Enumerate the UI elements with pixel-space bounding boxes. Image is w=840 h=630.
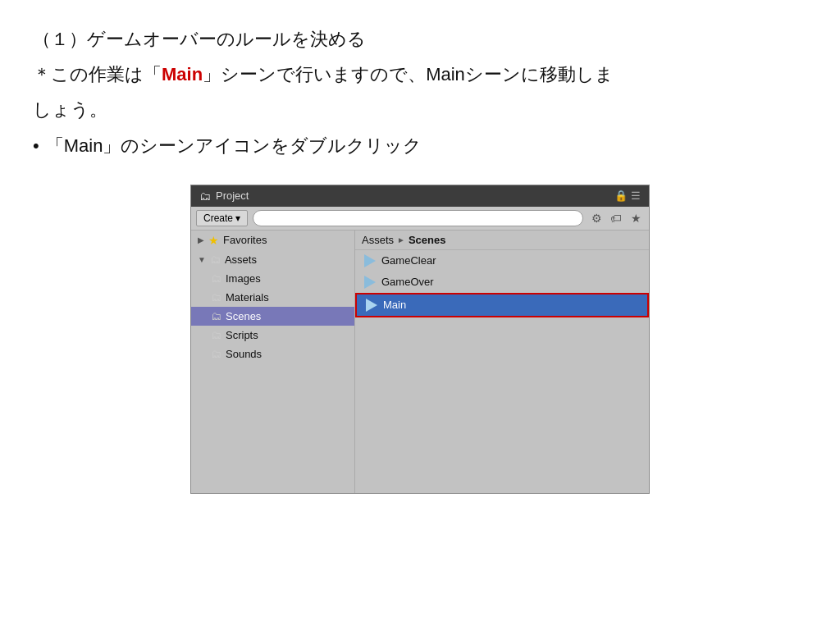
materials-label: Materials [226, 291, 269, 304]
left-panel: ▶ ★ Favorites ▼ 🗂 Assets 🗂 Images [191, 231, 355, 493]
heading2-highlight: Main [162, 64, 203, 84]
sounds-folder-icon: 🗂 [211, 348, 221, 360]
scripts-label: Scripts [226, 329, 258, 341]
left-item-images[interactable]: 🗂 Images [191, 269, 354, 288]
heading2-line2-text: しょう。 [33, 99, 107, 120]
panel-title: Project [216, 189, 249, 202]
scenes-folder-icon: 🗂 [211, 310, 221, 322]
gameover-scene-icon [363, 276, 377, 289]
star-toolbar-icon[interactable]: ★ [628, 210, 644, 226]
toolbar-icons: ⚙ 🏷 ★ [588, 210, 644, 226]
gameover-label: GameOver [381, 276, 434, 288]
bullet-point: • 「Main」のシーンアイコンをダブルクリック [33, 131, 807, 160]
right-item-gameclear[interactable]: GameClear [355, 250, 649, 272]
favorites-arrow: ▶ [198, 235, 204, 244]
sounds-label: Sounds [226, 348, 262, 360]
unity-panel-wrapper: 🗂 Project 🔒 ☰ Create ▾ ⚙ 🏷 ★ [33, 185, 807, 494]
heading1-text: （１）ゲームオーバーのルールを決める [33, 29, 366, 49]
filter-icon[interactable]: ⚙ [588, 210, 605, 226]
heading2: ＊この作業は「Main」シーンで行いますので、Mainシーンに移動しま [33, 60, 807, 89]
panel-header: 🗂 Project 🔒 ☰ [191, 185, 649, 207]
bullet-highlight: Main [64, 135, 103, 156]
label-icon[interactable]: 🏷 [608, 210, 624, 226]
bullet-text: 「Main」のシーンアイコンをダブルクリック [46, 131, 422, 160]
create-button[interactable]: Create ▾ [196, 210, 248, 226]
assets-label: Assets [225, 253, 257, 266]
page-content: （１）ゲームオーバーのルールを決める ＊この作業は「Main」シーンで行いますの… [0, 0, 840, 510]
search-input[interactable] [253, 210, 583, 226]
gameclear-scene-icon [363, 254, 377, 267]
assets-arrow: ▼ [198, 255, 206, 264]
scenes-label: Scenes [226, 310, 261, 322]
breadcrumb-bar: Assets ► Scenes [355, 231, 649, 250]
bullet-prefix: 「 [46, 135, 64, 156]
panel-folder-icon: 🗂 [199, 189, 211, 203]
left-item-sounds[interactable]: 🗂 Sounds [191, 345, 354, 363]
left-item-assets[interactable]: ▼ 🗂 Assets [191, 250, 354, 269]
scripts-folder-icon: 🗂 [211, 329, 221, 341]
breadcrumb-part1: Assets [362, 234, 394, 246]
favorites-label: Favorites [223, 234, 267, 246]
main-label: Main [383, 299, 406, 311]
left-item-scripts[interactable]: 🗂 Scripts [191, 326, 354, 345]
images-folder-icon: 🗂 [211, 272, 221, 285]
panel-lock-icon: 🔒 ☰ [614, 189, 641, 202]
left-item-materials[interactable]: 🗂 Materials [191, 288, 354, 307]
main-scene-icon [365, 299, 378, 312]
left-item-scenes[interactable]: 🗂 Scenes [191, 307, 354, 326]
materials-folder-icon: 🗂 [211, 291, 221, 304]
right-item-gameover[interactable]: GameOver [355, 272, 649, 293]
heading2-suffix: 」シーンで行いますので、Mainシーンに移動しま [203, 64, 614, 84]
bullet-suffix: 」のシーンアイコンをダブルクリック [103, 135, 422, 156]
assets-folder-icon: 🗂 [210, 253, 221, 266]
breadcrumb-part2: Scenes [409, 234, 446, 246]
heading1: （１）ゲームオーバーのルールを決める [33, 25, 807, 53]
create-label: Create ▾ [203, 212, 240, 224]
left-item-favorites[interactable]: ▶ ★ Favorites [191, 231, 354, 250]
bullet-symbol: • [33, 131, 39, 160]
heading2-prefix: ＊この作業は「 [33, 64, 162, 84]
right-panel: Assets ► Scenes GameClear GameOver [355, 231, 649, 493]
gameclear-label: GameClear [381, 254, 436, 267]
right-item-main[interactable]: Main [355, 293, 649, 317]
breadcrumb-arrow: ► [397, 235, 405, 244]
favorites-star-icon: ★ [208, 234, 219, 247]
unity-project-panel: 🗂 Project 🔒 ☰ Create ▾ ⚙ 🏷 ★ [190, 185, 650, 494]
heading2-line2: しょう。 [33, 95, 807, 124]
panel-toolbar: Create ▾ ⚙ 🏷 ★ [191, 207, 649, 231]
panel-body: ▶ ★ Favorites ▼ 🗂 Assets 🗂 Images [191, 231, 649, 493]
images-label: Images [226, 272, 261, 285]
